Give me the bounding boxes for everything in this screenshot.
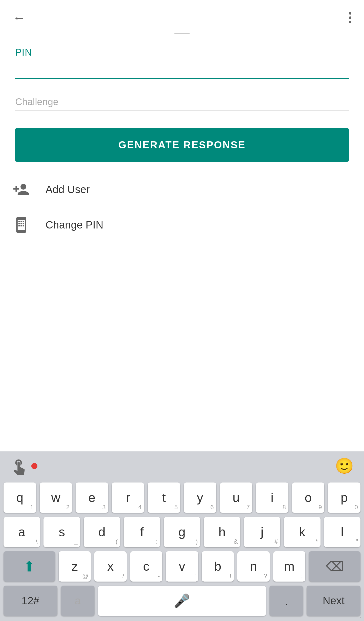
key-y[interactable]: y6 (184, 482, 216, 513)
key-v[interactable]: v' (166, 551, 198, 582)
change-pin-icon (13, 216, 30, 234)
more-dot-3 (349, 21, 351, 23)
key-g[interactable]: g) (164, 517, 200, 547)
challenge-field-group (15, 94, 349, 110)
status-bar-line (174, 33, 190, 34)
backspace-key[interactable]: ⌫ (309, 551, 360, 582)
key-e[interactable]: e3 (76, 482, 108, 513)
key-r[interactable]: r4 (112, 482, 144, 513)
key-d[interactable]: d( (84, 517, 120, 547)
more-dot-2 (349, 16, 351, 19)
key-p[interactable]: p0 (328, 482, 360, 513)
period-key[interactable]: . (269, 586, 303, 616)
top-bar: ← (0, 0, 364, 30)
microphone-icon: 🎤 (174, 593, 190, 609)
key-t[interactable]: t5 (148, 482, 180, 513)
comma-key[interactable]: a , (61, 586, 95, 616)
keyboard-row-2: a\ s_ d( f: g) h& j# k* l" (0, 515, 364, 549)
key-q[interactable]: q1 (4, 482, 36, 513)
key-o[interactable]: o9 (292, 482, 325, 513)
pin-field-group: PIN (15, 47, 349, 79)
key-f[interactable]: f: (124, 517, 160, 547)
key-j[interactable]: j# (244, 517, 280, 547)
gesture-area (10, 457, 37, 475)
pin-label: PIN (15, 47, 349, 58)
next-key[interactable]: Next (307, 586, 360, 616)
key-u[interactable]: u7 (220, 482, 253, 513)
key-n[interactable]: n? (237, 551, 269, 582)
key-x[interactable]: x/ (94, 551, 126, 582)
change-pin-label: Change PIN (46, 219, 103, 231)
red-dot-indicator (31, 463, 37, 469)
key-s[interactable]: s_ (43, 517, 80, 547)
pin-input[interactable] (15, 62, 349, 79)
numbers-symbols-key[interactable]: 12# (4, 586, 57, 616)
emoji-icon[interactable]: 🙂 (335, 457, 354, 475)
change-pin-icon-wrap (13, 216, 35, 234)
add-user-label: Add User (46, 183, 90, 196)
back-button[interactable]: ← (13, 10, 26, 25)
key-w[interactable]: w2 (40, 482, 72, 513)
shift-key[interactable]: ⬆ (4, 551, 55, 582)
status-area (0, 30, 364, 37)
gesture-icon (10, 457, 28, 475)
add-user-icon (13, 181, 30, 198)
space-key[interactable]: 🎤 (98, 586, 266, 616)
add-user-icon-wrap (13, 181, 35, 198)
keyboard-top-bar: 🙂 (0, 451, 364, 480)
keyboard-row-1: q1 w2 e3 r4 t5 y6 u7 i8 o9 p0 (0, 480, 364, 515)
key-a[interactable]: a\ (4, 517, 40, 547)
keyboard-bottom-row: 12# a , 🎤 . Next (0, 584, 364, 621)
challenge-input[interactable] (15, 94, 349, 110)
menu-list: Add User Change PIN (0, 162, 364, 243)
key-b[interactable]: b! (202, 551, 234, 582)
key-m[interactable]: m; (273, 551, 305, 582)
generate-response-button[interactable]: GENERATE RESPONSE (15, 128, 349, 162)
key-l[interactable]: l" (324, 517, 360, 547)
key-c[interactable]: c- (130, 551, 162, 582)
menu-item-add-user[interactable]: Add User (13, 172, 351, 207)
key-k[interactable]: k* (284, 517, 320, 547)
keyboard: 🙂 q1 w2 e3 r4 t5 y6 u7 i8 o9 p0 a\ s_ d(… (0, 451, 364, 621)
key-i[interactable]: i8 (256, 482, 288, 513)
keyboard-row-3: ⬆ z@ x/ c- v' b! n? m; ⌫ (0, 549, 364, 584)
more-dot-1 (349, 12, 351, 15)
key-z[interactable]: z@ (59, 551, 91, 582)
more-menu-button[interactable] (349, 12, 351, 23)
menu-item-change-pin[interactable]: Change PIN (13, 207, 351, 243)
key-h[interactable]: h& (204, 517, 240, 547)
form-area: PIN GENERATE RESPONSE (0, 37, 364, 162)
